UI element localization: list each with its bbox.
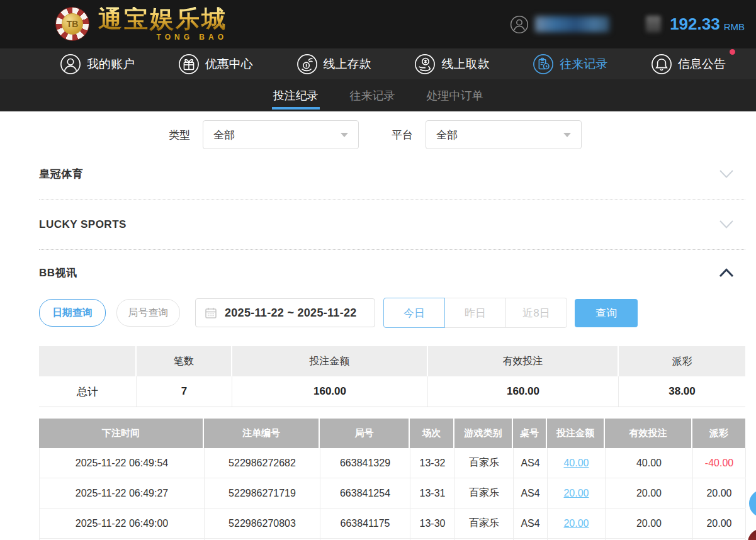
- platform-filter-value: 全部: [436, 128, 458, 142]
- nav-item-deposit[interactable]: 线上存款: [296, 53, 371, 75]
- red-float-button[interactable]: [748, 529, 756, 540]
- cell-valid-bet: 20.00: [606, 478, 693, 508]
- section-crown-sports[interactable]: 皇冠体育: [39, 149, 745, 200]
- table-row: 2025-11-22 06:49:54 522986272682 6638413…: [39, 448, 745, 478]
- cell-session: 13-31: [410, 478, 455, 508]
- date-query-button[interactable]: 日期查询: [39, 299, 106, 327]
- cell-bet-id: 522986272682: [205, 448, 320, 478]
- cell-bet-id: 522986271719: [205, 478, 320, 508]
- platform-filter-select[interactable]: 全部: [426, 120, 582, 149]
- balance-currency: RMB: [724, 21, 745, 32]
- cell-time: 2025-11-22 06:49:27: [40, 478, 205, 508]
- section-title: 皇冠体育: [39, 167, 83, 181]
- cell-table-no: AS4: [514, 478, 548, 508]
- wallet-icon-masked: [646, 16, 661, 33]
- section-title: LUCKY SPORTS: [39, 218, 127, 231]
- notification-dot: [730, 49, 735, 55]
- chevron-down-icon: [719, 220, 734, 229]
- detail-header-payout: 派彩: [692, 419, 745, 448]
- summary-header-bet-amount: 投注金额: [232, 346, 428, 376]
- cell-time: 2025-11-22 06:49:00: [40, 509, 205, 538]
- cell-round-id: 663841175: [320, 509, 410, 538]
- nav-item-withdraw[interactable]: 线上取款: [414, 53, 489, 75]
- cell-bet-amount-link[interactable]: 20.00: [548, 478, 606, 508]
- user-circle-icon: [510, 15, 529, 34]
- chip-logo-icon: TB: [55, 7, 89, 41]
- cell-payout: 20.00: [693, 509, 746, 538]
- section-lucky-sports[interactable]: LUCKY SPORTS: [39, 200, 745, 250]
- table-row: 2025-11-22 06:49:00 522986270803 6638411…: [39, 509, 745, 539]
- chevron-down-icon: [719, 169, 734, 179]
- detail-header-valid-bet: 有效投注: [605, 419, 692, 448]
- deposit-icon: [296, 53, 318, 75]
- nav-item-promotions[interactable]: 优惠中心: [178, 53, 253, 75]
- chip-logo-text: TB: [62, 13, 83, 35]
- bell-icon: [651, 53, 672, 75]
- detail-table-header: 下注时间 注单编号 局号 场次 游戏类别 桌号 投注金额 有效投注 派彩: [39, 419, 745, 448]
- summary-total-bet-amount: 160.00: [232, 376, 428, 407]
- records-icon: [533, 53, 554, 75]
- site-logo[interactable]: TB 通宝娱乐城 TONG BAO: [55, 7, 227, 42]
- detail-header-session: 场次: [410, 419, 454, 448]
- balance-amount[interactable]: 192.33: [670, 14, 720, 34]
- nav-item-transaction-records[interactable]: 往来记录: [533, 53, 607, 75]
- sub-nav: 投注纪录 往来记录 处理中订单: [0, 79, 756, 111]
- last-8-days-button[interactable]: 近8日: [505, 298, 567, 328]
- detail-header-bet-amount: 投注金额: [547, 419, 605, 448]
- summary-total-row: 总计 7 160.00 160.00 38.00: [39, 376, 745, 407]
- today-button[interactable]: 今日: [383, 298, 445, 328]
- cell-bet-amount-link[interactable]: 20.00: [548, 509, 606, 538]
- cell-round-id: 663841254: [320, 478, 410, 508]
- type-filter-value: 全部: [213, 128, 235, 142]
- tab-pending-orders[interactable]: 处理中订单: [426, 79, 485, 111]
- cell-payout: 20.00: [693, 478, 746, 508]
- nav-label: 线上取款: [441, 56, 489, 72]
- username-masked[interactable]: [535, 16, 609, 32]
- detail-header-time: 下注时间: [39, 419, 204, 448]
- detail-header-game-type: 游戏类别: [454, 419, 513, 448]
- summary-header-valid-bet: 有效投注: [428, 346, 619, 376]
- yesterday-button[interactable]: 昨日: [444, 298, 506, 328]
- date-range-picker[interactable]: 2025-11-22 ~ 2025-11-22: [195, 298, 375, 327]
- detail-header-table-no: 桌号: [513, 419, 547, 448]
- user-icon: [60, 53, 81, 75]
- date-range-value: 2025-11-22 ~ 2025-11-22: [225, 307, 357, 320]
- calendar-icon: [205, 307, 217, 319]
- nav-item-announcements[interactable]: 信息公告: [651, 53, 726, 75]
- round-query-button[interactable]: 局号查询: [116, 299, 180, 327]
- section-bb-video[interactable]: BB视讯: [39, 250, 745, 295]
- content: 类型 全部 平台 全部 皇冠体育 LUCKY SPORTS: [39, 120, 745, 540]
- cell-bet-amount-link[interactable]: 40.00: [548, 448, 606, 478]
- summary-total-payout: 38.00: [619, 376, 745, 407]
- cell-table-no: AS4: [514, 509, 548, 538]
- customer-service-icon[interactable]: [749, 490, 756, 517]
- logo-subtitle: TONG BAO: [98, 33, 227, 42]
- type-filter-select[interactable]: 全部: [203, 120, 359, 149]
- top-header: TB 通宝娱乐城 TONG BAO 192.33 RMB: [0, 0, 756, 48]
- search-button[interactable]: 查询: [575, 299, 638, 327]
- cell-valid-bet: 20.00: [606, 509, 693, 538]
- cell-game-type: 百家乐: [455, 448, 514, 478]
- nav-item-my-account[interactable]: 我的账户: [60, 53, 135, 75]
- summary-total-count: 7: [137, 376, 232, 407]
- nav-label: 我的账户: [87, 56, 135, 72]
- nav-label: 信息公告: [678, 56, 726, 72]
- nav-label: 优惠中心: [205, 56, 253, 72]
- main-nav: 我的账户 优惠中心 线上存款: [0, 48, 756, 79]
- cell-bet-id: 522986270803: [205, 509, 320, 538]
- cell-valid-bet: 40.00: [606, 448, 693, 478]
- nav-label: 线上存款: [324, 56, 371, 72]
- cell-session: 13-32: [410, 448, 455, 478]
- filter-row: 类型 全部 平台 全部: [39, 120, 745, 149]
- summary-header-empty: [39, 346, 137, 376]
- summary-total-valid-bet: 160.00: [428, 376, 619, 407]
- cell-round-id: 663841329: [320, 448, 410, 478]
- tab-transaction-records[interactable]: 往来记录: [349, 79, 397, 111]
- summary-table: 笔数 投注金额 有效投注 派彩 总计 7 160.00 160.00 38.00: [39, 346, 745, 407]
- header-right: 192.33 RMB: [510, 14, 745, 34]
- chevron-down-icon: [341, 133, 348, 137]
- cell-table-no: AS4: [514, 448, 548, 478]
- cell-session: 13-30: [410, 509, 455, 538]
- chevron-down-icon: [563, 133, 571, 137]
- tab-bet-records[interactable]: 投注纪录: [272, 79, 320, 111]
